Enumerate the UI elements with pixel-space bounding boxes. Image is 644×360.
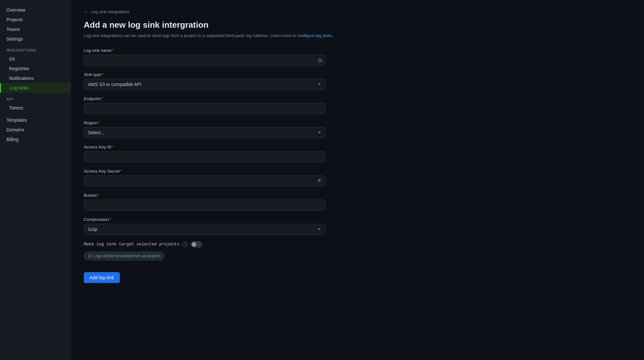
sidebar-item-registries[interactable]: Registries: [0, 64, 71, 73]
endpoint-input[interactable]: [84, 103, 325, 114]
compression-label: Compression*: [84, 217, 325, 222]
endpoint-label: Endpoint*: [84, 96, 325, 101]
sidebar: Overview Projects Teams Settings INTEGRA…: [0, 0, 71, 360]
page-title: Add a new log sink intergration: [84, 20, 631, 30]
sink-type-group: Sink type* AWS S3 or compatible API Data…: [84, 72, 325, 90]
sidebar-item-domains[interactable]: Domains: [0, 125, 71, 135]
breadcrumb-label: Log sink integrations: [91, 9, 129, 14]
api-section-label: API: [0, 93, 71, 103]
toggle-switch[interactable]: [191, 241, 202, 248]
endpoint-group: Endpoint*: [84, 96, 325, 114]
main-content: ← Log sink integrations Add a new log si…: [71, 0, 644, 360]
bucket-input[interactable]: [84, 200, 325, 211]
region-label: Region*: [84, 120, 325, 125]
access-key-secret-label: Access Key Secret*: [84, 169, 325, 174]
toggle-track: [191, 241, 202, 248]
info-badge: ⊙ Logs will be forwarded from all projec…: [84, 251, 165, 261]
log-sink-name-label: Log sink name*: [84, 48, 325, 53]
page-subtitle: Log sink integrations can be used to sen…: [84, 33, 631, 39]
info-badge-icon: ⊙: [88, 253, 92, 259]
access-key-id-input[interactable]: [84, 151, 325, 162]
log-sink-name-group: Log sink name* ⊞: [84, 48, 325, 66]
breadcrumb-arrow-icon: ←: [84, 9, 88, 14]
sidebar-item-notifications[interactable]: Notifications: [0, 73, 71, 83]
access-key-secret-input[interactable]: [84, 175, 325, 186]
access-key-secret-group: Access Key Secret* 👁: [84, 169, 325, 186]
sidebar-item-teams[interactable]: Teams: [0, 24, 71, 34]
bucket-group: Bucket*: [84, 193, 325, 211]
add-log-sink-button[interactable]: Add log sink: [84, 272, 120, 283]
sidebar-item-projects[interactable]: Projects: [0, 15, 71, 24]
sidebar-item-templates[interactable]: Templates: [0, 115, 71, 125]
access-key-id-label: Access Key ID*: [84, 145, 325, 149]
access-key-id-group: Access Key ID*: [84, 145, 325, 162]
help-icon[interactable]: ?: [182, 242, 187, 247]
log-sink-name-input-wrapper: ⊞: [84, 55, 325, 66]
toggle-row: Make log sink target selected projects ?: [84, 241, 325, 248]
sink-type-select[interactable]: AWS S3 or compatible API Datadog Elastic…: [84, 79, 325, 90]
access-key-secret-input-wrapper: 👁: [84, 175, 325, 186]
integrations-section-label: INTEGRATIONS: [0, 44, 71, 54]
configure-log-sinks-link[interactable]: configure log sinks.: [297, 33, 333, 38]
sidebar-item-billing[interactable]: Billing: [0, 135, 71, 144]
region-group: Region* Select...: [84, 120, 325, 138]
sidebar-item-log-sinks[interactable]: Log sinks: [0, 83, 71, 93]
sidebar-item-tokens[interactable]: Tokens: [0, 103, 71, 113]
toggle-label: Make log sink target selected projects: [84, 242, 179, 247]
bucket-label: Bucket*: [84, 193, 325, 198]
sidebar-item-settings[interactable]: Settings: [0, 34, 71, 44]
compression-group: Compression* Gzip None: [84, 217, 325, 235]
eye-icon[interactable]: 👁: [317, 178, 322, 184]
sidebar-item-overview[interactable]: Overview: [0, 5, 71, 15]
log-sink-name-input[interactable]: [84, 55, 325, 66]
copy-icon[interactable]: ⊞: [318, 57, 322, 63]
breadcrumb[interactable]: ← Log sink integrations: [84, 9, 631, 14]
info-badge-text: Logs will be forwarded from all projects: [94, 254, 160, 258]
region-select[interactable]: Select...: [84, 127, 325, 138]
compression-select[interactable]: Gzip None: [84, 224, 325, 235]
sink-type-label: Sink type*: [84, 72, 325, 77]
toggle-thumb: [192, 242, 196, 247]
sidebar-item-git[interactable]: Git: [0, 54, 71, 64]
add-log-sink-form: Log sink name* ⊞ Sink type* AWS S3 or co…: [84, 48, 631, 283]
